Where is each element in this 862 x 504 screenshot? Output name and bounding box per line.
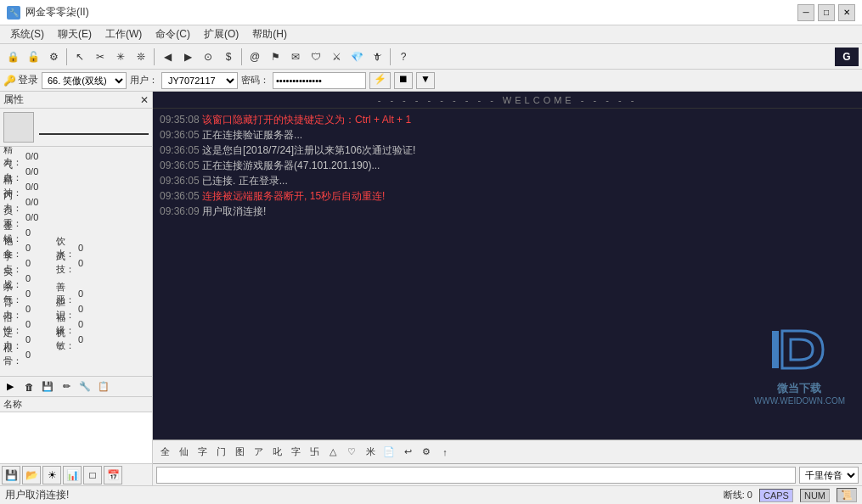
lib-chart[interactable]: 📊 bbox=[63, 466, 82, 484]
menu-help[interactable]: 帮助(H) bbox=[245, 25, 294, 43]
tb-back[interactable]: ◀ bbox=[158, 48, 177, 66]
ltb-edit[interactable]: ✏ bbox=[58, 378, 75, 395]
input-bar: 千里传音 bbox=[153, 463, 862, 485]
user-select[interactable]: JY7072117 bbox=[161, 72, 238, 89]
props-close-btn[interactable]: ✕ bbox=[140, 94, 149, 106]
login-label: 🔑 登录 bbox=[3, 73, 38, 87]
stat-value2: 0 bbox=[78, 288, 99, 299]
ctb-door[interactable]: 门 bbox=[212, 444, 229, 461]
ctb-image[interactable]: 图 bbox=[231, 444, 248, 461]
tb-settings[interactable]: ⚙ bbox=[44, 48, 63, 66]
lib-cal[interactable]: 📅 bbox=[104, 466, 122, 484]
ctb-heart[interactable]: ♡ bbox=[343, 444, 360, 461]
password-input[interactable] bbox=[273, 72, 366, 89]
tb-asterisk[interactable]: ❊ bbox=[132, 48, 150, 66]
login-connect-btn[interactable]: ⚡ bbox=[369, 72, 391, 89]
chat-area[interactable]: 09:35:08 该窗口隐藏打开的快捷键定义为：Ctrl + Alt + 109… bbox=[153, 109, 862, 440]
chat-message-text: 用户取消连接! bbox=[202, 205, 266, 217]
channel-select[interactable]: 千里传音 bbox=[799, 467, 859, 484]
ltb-clip[interactable]: 📋 bbox=[95, 378, 112, 395]
stat-value: 0 bbox=[25, 243, 51, 253]
ctb-star2[interactable]: 米 bbox=[362, 444, 379, 461]
menu-system[interactable]: 系统(S) bbox=[3, 25, 51, 43]
tb-gem[interactable]: 💎 bbox=[347, 48, 366, 66]
ltb-delete[interactable]: 🗑 bbox=[20, 378, 37, 395]
stat-label2: 武技： bbox=[56, 250, 76, 276]
ctb-swastika[interactable]: 卐 bbox=[306, 444, 323, 461]
chat-message-text: 已连接. 正在登录... bbox=[202, 175, 288, 187]
close-button[interactable]: ✕ bbox=[838, 4, 855, 21]
chat-line: 09:36:05 连接被远端服务器断开, 15秒后自动重连! bbox=[160, 188, 855, 204]
stat-value: 0 bbox=[25, 258, 51, 268]
maximize-button[interactable]: □ bbox=[818, 4, 835, 21]
ctb-tri[interactable]: △ bbox=[324, 444, 341, 461]
ctb-char2[interactable]: 字 bbox=[287, 444, 304, 461]
ltb-play[interactable]: ▶ bbox=[2, 378, 19, 395]
tb-circle[interactable]: ⊙ bbox=[199, 48, 217, 66]
main-area: 属性 ✕ 精力：0/0气血：0/0精神：0/0内力：0/0负重：0/0金钱：0饱… bbox=[0, 92, 862, 485]
menu-command[interactable]: 命令(C) bbox=[149, 25, 197, 43]
login-stop-btn[interactable]: ⏹ bbox=[394, 72, 413, 89]
tb-key[interactable]: 🗡 bbox=[368, 48, 386, 66]
tb-shield[interactable]: 🛡 bbox=[307, 48, 325, 66]
menu-chat[interactable]: 聊天(E) bbox=[51, 25, 99, 43]
ctb-fairy[interactable]: 仙 bbox=[175, 444, 192, 461]
left-icon-bar: 💾 📂 ☀ 📊 □ 📅 bbox=[0, 463, 152, 485]
caps-badge: CAPS bbox=[759, 489, 793, 502]
minimize-button[interactable]: ─ bbox=[797, 4, 814, 21]
stat-row: 精神：0/0 bbox=[3, 179, 149, 194]
tb-flag[interactable]: ⚑ bbox=[266, 48, 285, 66]
menu-work[interactable]: 工作(W) bbox=[99, 25, 149, 43]
tb-lock[interactable]: 🔒 bbox=[3, 48, 22, 66]
ltb-save[interactable]: 💾 bbox=[39, 378, 56, 395]
chat-message-text: 这是您自[2018/7/24]注册以来第106次通过验证! bbox=[202, 144, 415, 156]
lib-save[interactable]: 💾 bbox=[2, 466, 20, 484]
stat-row: 负重：0/0 bbox=[3, 210, 149, 225]
tb-sep1 bbox=[66, 48, 67, 65]
stat-value2: 0 bbox=[78, 243, 99, 253]
menu-bar: 系统(S) 聊天(E) 工作(W) 命令(C) 扩展(O) 帮助(H) bbox=[0, 25, 862, 44]
tb-unlock[interactable]: 🔓 bbox=[24, 48, 42, 66]
user-label: 用户： bbox=[130, 74, 158, 87]
ctb-up[interactable]: ↑ bbox=[437, 444, 454, 461]
ctb-exclaim[interactable]: 叱 bbox=[268, 444, 285, 461]
tb-star[interactable]: ✳ bbox=[111, 48, 130, 66]
props-header: 属性 ✕ bbox=[0, 92, 152, 109]
app-title: 网金零零柒(II) bbox=[25, 5, 89, 20]
stat-value: 0 bbox=[25, 334, 51, 344]
char-avatar bbox=[3, 112, 34, 143]
chat-message-text: 该窗口隐藏打开的快捷键定义为： bbox=[202, 114, 355, 126]
lib-box[interactable]: □ bbox=[83, 466, 102, 484]
tb-forward[interactable]: ▶ bbox=[178, 48, 197, 66]
ctb-gear[interactable]: ⚙ bbox=[418, 444, 435, 461]
server-select[interactable]: 66. 笑傲(双线) bbox=[42, 72, 127, 89]
lib-open[interactable]: 📂 bbox=[22, 466, 41, 484]
stat-value: 0/0 bbox=[25, 182, 51, 192]
tb-dollar[interactable]: $ bbox=[219, 48, 238, 66]
ctb-kana[interactable]: ア bbox=[250, 444, 267, 461]
chat-line: 09:36:09 用户取消连接! bbox=[160, 204, 855, 219]
tb-question[interactable]: ? bbox=[394, 48, 413, 66]
tb-mail[interactable]: ✉ bbox=[286, 48, 305, 66]
tb-cut[interactable]: ✂ bbox=[91, 48, 110, 66]
chat-input[interactable] bbox=[156, 467, 796, 484]
tb-at[interactable]: @ bbox=[245, 48, 264, 66]
tb-sword[interactable]: ⚔ bbox=[327, 48, 346, 66]
chat-line: 09:36:05 正在连接游戏服务器(47.101.201.190)... bbox=[160, 158, 855, 173]
login-menu-btn[interactable]: ▼ bbox=[416, 72, 435, 89]
ctb-undo[interactable]: ↩ bbox=[399, 444, 416, 461]
props-title: 属性 bbox=[3, 92, 24, 107]
chat-time: 09:36:05 bbox=[160, 160, 202, 171]
menu-extend[interactable]: 扩展(O) bbox=[197, 25, 245, 43]
tb-arrow[interactable]: ↖ bbox=[70, 48, 89, 66]
ctb-char[interactable]: 字 bbox=[194, 444, 211, 461]
ctb-all[interactable]: 全 bbox=[156, 444, 173, 461]
chat-message-text: 正在连接验证服务器... bbox=[202, 129, 302, 141]
ctb-doc[interactable]: 📄 bbox=[380, 444, 397, 461]
left-toolbar: ▶ 🗑 💾 ✏ 🔧 📋 bbox=[0, 377, 152, 397]
tb-logo[interactable]: G bbox=[835, 48, 859, 66]
lib-sun[interactable]: ☀ bbox=[42, 466, 61, 484]
ltb-tool[interactable]: 🔧 bbox=[76, 378, 93, 395]
welcome-bar: - - - - - - - - - - WELCOME - - - - - bbox=[153, 92, 862, 109]
char-visual bbox=[0, 109, 152, 147]
